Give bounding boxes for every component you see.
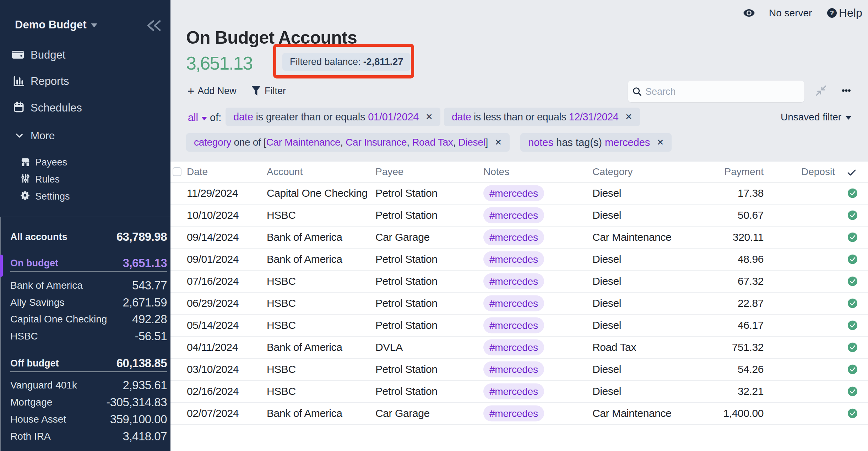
svg-text:?: ?: [830, 10, 834, 17]
